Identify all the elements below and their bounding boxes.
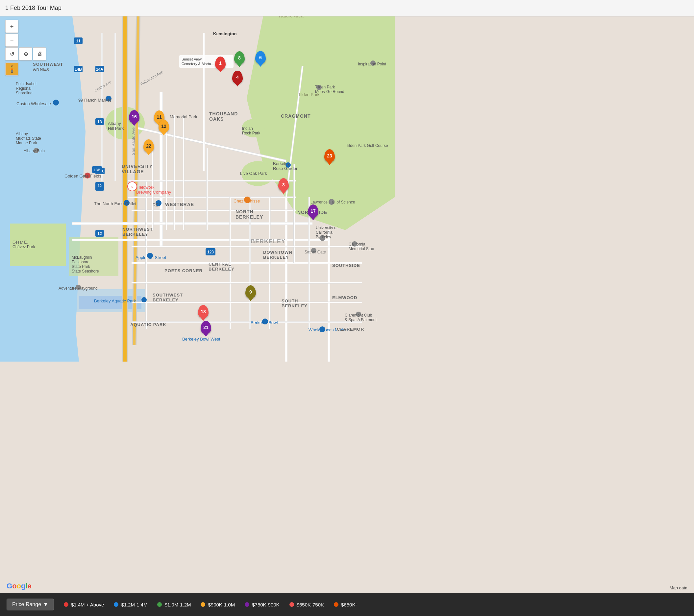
svg-point-116: [34, 148, 39, 153]
legend-dot-red: [64, 602, 68, 607]
marker-pin-8: 8: [234, 51, 245, 64]
svg-marker-7: [10, 224, 66, 266]
svg-marker-8: [69, 237, 118, 276]
svg-point-118: [142, 297, 147, 302]
map-marker-16[interactable]: 16: [129, 110, 140, 123]
svg-marker-2: [0, 329, 79, 361]
map-marker-6[interactable]: 6: [255, 51, 266, 64]
svg-text:13B: 13B: [94, 168, 100, 172]
legend-dot-blue: [114, 602, 118, 607]
compass-button[interactable]: ⊕: [19, 47, 32, 60]
svg-text:14B: 14B: [75, 67, 82, 72]
marker-pin-21: 21: [201, 321, 211, 334]
map-marker-22[interactable]: 22: [143, 139, 154, 152]
marker-pin-16: 16: [129, 110, 140, 123]
svg-text:San Pablo Ave: San Pablo Ave: [131, 127, 136, 155]
legend-dot-yellow: [201, 602, 205, 607]
map-background: San Pablo Ave Fairmount Ave Central Ave …: [0, 0, 694, 616]
legend-dot-green: [157, 602, 162, 607]
refresh-button[interactable]: ↺: [5, 47, 18, 60]
legend-item-900k: $900K-1.0M: [201, 602, 235, 608]
svg-text:14A: 14A: [96, 67, 103, 72]
svg-point-109: [319, 235, 325, 241]
svg-text:12: 12: [98, 184, 102, 188]
svg-text:Sunset View: Sunset View: [182, 57, 202, 61]
svg-text:12: 12: [97, 231, 102, 236]
price-range-button[interactable]: Price Range ▼: [6, 599, 54, 611]
map-marker-18[interactable]: 18: [198, 305, 208, 318]
legend-item-1.2m: $1.2M-1.4M: [114, 602, 147, 608]
svg-point-99: [147, 253, 153, 259]
map-marker-9[interactable]: 9: [245, 285, 256, 298]
map-marker-23[interactable]: 23: [324, 149, 335, 162]
svg-point-108: [370, 60, 376, 66]
legend-item-750k: $750K-900K: [245, 602, 279, 608]
map-marker-3[interactable]: 3: [278, 178, 289, 191]
legend-item-1m: $1.0M-1.2M: [157, 602, 191, 608]
svg-text:13: 13: [97, 120, 102, 124]
svg-point-115: [352, 241, 357, 246]
svg-point-107: [316, 85, 322, 90]
svg-point-98: [106, 96, 111, 101]
svg-text:○: ○: [131, 184, 133, 189]
marker-pin-12: 12: [159, 120, 169, 133]
svg-point-117: [76, 285, 81, 290]
legend-bar: Price Range ▼ $1.4M + Above $1.2M-1.4M $…: [0, 593, 694, 616]
page-title: 1 Feb 2018 Tour Map: [5, 5, 61, 12]
marker-pin-1: 1: [215, 57, 226, 70]
svg-text:123: 123: [207, 250, 214, 255]
svg-point-110: [311, 248, 316, 253]
legend-item-1.4m: $1.4M + Above: [64, 602, 104, 608]
marker-pin-22: 22: [143, 139, 154, 152]
svg-point-106: [329, 199, 334, 205]
google-logo: Google: [6, 582, 32, 590]
marker-pin-9: 9: [245, 285, 256, 298]
map-container: San Pablo Ave Fairmount Ave Central Ave …: [0, 0, 694, 616]
legend-dot-salmon: [289, 602, 294, 607]
zoom-out-button[interactable]: −: [5, 34, 18, 47]
svg-point-97: [53, 99, 59, 106]
marker-pin-4: 4: [232, 71, 243, 84]
legend-dot-purple: [245, 602, 249, 607]
legend-item-650k: $650K-750K: [289, 602, 324, 608]
svg-point-112: [319, 326, 325, 332]
svg-point-101: [124, 200, 130, 206]
svg-point-113: [356, 312, 361, 317]
chevron-down-icon: ▼: [43, 601, 48, 608]
map-marker-17[interactable]: 17: [308, 204, 318, 218]
legend-item-650k-below: $650K-: [334, 602, 357, 608]
map-marker-4[interactable]: 4: [232, 71, 243, 84]
svg-point-111: [262, 318, 268, 324]
print-button[interactable]: 🖨: [33, 47, 46, 60]
header: 1 Feb 2018 Tour Map: [0, 0, 694, 16]
marker-pin-17: 17: [308, 204, 318, 218]
map-marker-1[interactable]: 1: [215, 57, 226, 70]
svg-text:11: 11: [76, 39, 80, 43]
marker-pin-3: 3: [278, 178, 289, 191]
map-controls: + − ↺ ⊕ 🖨 🧍: [5, 20, 46, 76]
map-marker-21[interactable]: 21: [201, 321, 211, 334]
map-marker-12[interactable]: 12: [159, 120, 169, 133]
legend-dot-orange: [334, 602, 339, 607]
svg-point-114: [286, 162, 291, 168]
marker-pin-6: 6: [255, 51, 266, 64]
svg-point-105: [244, 197, 251, 203]
marker-pin-23: 23: [324, 149, 335, 162]
svg-point-100: [156, 200, 162, 206]
svg-text:Cemetery & Mortu...: Cemetery & Mortu...: [182, 62, 214, 66]
marker-pin-18: 18: [198, 305, 208, 318]
zoom-in-button[interactable]: +: [5, 20, 18, 33]
map-data-attribution: Map data: [670, 585, 688, 590]
svg-point-6: [242, 119, 265, 137]
svg-point-104: [85, 172, 90, 179]
street-view-button[interactable]: 🧍: [5, 62, 18, 76]
svg-point-11: [241, 161, 274, 186]
map-marker-8[interactable]: 8: [234, 51, 245, 64]
